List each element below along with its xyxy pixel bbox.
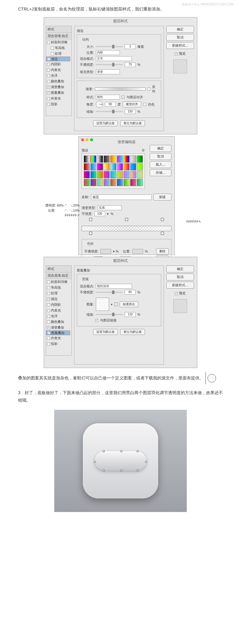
style-item-9[interactable]: ✓图案叠加: [46, 90, 71, 96]
gradient-swatch[interactable]: [95, 87, 146, 90]
preset-swatch[interactable]: [90, 179, 96, 186]
scale-input[interactable]: 120: [125, 312, 136, 317]
angle-input[interactable]: 90: [105, 102, 116, 107]
style-item-8[interactable]: ✓渐变叠加: [46, 84, 71, 90]
gear-icon[interactable]: ⚙: [142, 148, 145, 153]
style-item-10[interactable]: 外发光: [46, 96, 71, 101]
delete-stop-button[interactable]: 删除: [156, 248, 169, 254]
scale-slider[interactable]: [96, 111, 123, 112]
opacity-input[interactable]: 85: [125, 290, 136, 295]
close-icon[interactable]: [81, 138, 84, 141]
cancel-button[interactable]: 取消: [166, 274, 194, 281]
preset-swatch[interactable]: [137, 171, 143, 178]
preset-swatch[interactable]: [104, 179, 110, 186]
style-checkbox[interactable]: [47, 309, 50, 312]
preset-swatch[interactable]: [117, 179, 123, 186]
save-button[interactable]: 存储...: [150, 169, 171, 176]
style-checkbox[interactable]: ✓: [47, 86, 50, 89]
style-checkbox[interactable]: ✓: [47, 298, 50, 301]
style-checkbox[interactable]: [47, 97, 50, 100]
preset-swatch[interactable]: [97, 171, 103, 178]
preset-swatch[interactable]: [110, 179, 116, 186]
opacity-stop[interactable]: [161, 218, 164, 221]
preview-checkbox[interactable]: ✓: [175, 292, 178, 295]
preset-swatch[interactable]: [124, 163, 130, 170]
blendmode-select[interactable]: 正常: [96, 56, 132, 61]
preset-swatch[interactable]: [137, 163, 143, 170]
style-item-11[interactable]: 投影: [46, 101, 71, 107]
style-item-6[interactable]: 光泽: [46, 313, 71, 319]
style-item-2[interactable]: 纹理: [46, 51, 71, 57]
preset-swatch[interactable]: [97, 163, 103, 170]
newstyle-button[interactable]: 新建样式...: [166, 42, 194, 49]
preset-swatch[interactable]: [130, 179, 136, 186]
blendmode-select[interactable]: 线性加深: [96, 284, 132, 289]
style-item-6[interactable]: 光泽: [46, 73, 71, 78]
style-item-7[interactable]: 颜色叠加: [46, 78, 71, 84]
style-checkbox[interactable]: [47, 315, 50, 318]
style-checkbox[interactable]: [47, 103, 50, 106]
cancel-button[interactable]: 取消: [150, 153, 171, 160]
style-item-11[interactable]: 投影: [46, 341, 71, 347]
preset-swatch[interactable]: [137, 179, 143, 186]
style-item-7[interactable]: 颜色叠加: [46, 319, 71, 325]
preset-swatch[interactable]: [130, 155, 136, 163]
preset-swatch[interactable]: [90, 163, 96, 170]
preset-swatch[interactable]: [130, 163, 136, 170]
style-checkbox[interactable]: [47, 281, 50, 284]
blend-header[interactable]: 混合选项:自定: [46, 272, 71, 279]
reset-default-button[interactable]: 复位为默认值: [120, 120, 145, 126]
window-controls[interactable]: [81, 138, 93, 141]
style-checkbox[interactable]: [51, 52, 54, 55]
scale-input[interactable]: 100: [125, 109, 136, 114]
presets-grid[interactable]: [82, 153, 145, 189]
style-select[interactable]: 线性: [96, 95, 120, 100]
gradtype-select[interactable]: 实底: [98, 205, 122, 210]
style-checkbox[interactable]: [47, 41, 50, 44]
preset-swatch[interactable]: [90, 171, 96, 178]
smooth-input[interactable]: 100: [94, 211, 105, 216]
dither-checkbox[interactable]: [143, 103, 146, 106]
style-checkbox[interactable]: ✓: [47, 331, 50, 334]
preset-swatch[interactable]: [117, 171, 123, 178]
style-item-4[interactable]: 内阴影: [46, 61, 71, 67]
color-stop[interactable]: [89, 232, 92, 235]
style-item-1[interactable]: 等高线: [46, 45, 71, 51]
style-item-5[interactable]: 内发光: [46, 67, 71, 73]
ok-button[interactable]: 确定: [166, 265, 194, 272]
style-item-9[interactable]: ✓图案叠加: [46, 330, 70, 335]
preset-swatch[interactable]: [124, 179, 130, 186]
angle-dial[interactable]: [96, 101, 103, 108]
preset-swatch[interactable]: [117, 155, 123, 163]
style-checkbox[interactable]: ✓: [47, 57, 50, 60]
style-item-0[interactable]: 斜面和浮雕: [46, 279, 71, 285]
ok-button[interactable]: 确定: [150, 145, 171, 152]
style-item-1[interactable]: 等高线: [46, 285, 71, 290]
opacity-input[interactable]: 70: [125, 62, 136, 67]
ok-button[interactable]: 确定: [166, 26, 194, 33]
style-checkbox[interactable]: [47, 63, 50, 66]
load-button[interactable]: 载入...: [150, 161, 171, 168]
opacity-slider[interactable]: [96, 292, 123, 293]
preset-swatch[interactable]: [130, 171, 136, 178]
preview-checkbox[interactable]: ✓: [175, 53, 178, 56]
style-checkbox[interactable]: [47, 286, 50, 289]
reset-default-button[interactable]: 复位为默认值: [120, 329, 145, 335]
blend-header[interactable]: 混合选项:自定: [46, 33, 71, 39]
size-slider[interactable]: [96, 46, 123, 47]
minimize-icon[interactable]: [86, 138, 89, 141]
new-pattern-icon[interactable]: [114, 302, 118, 306]
style-item-8[interactable]: ✓渐变叠加: [46, 325, 71, 330]
style-item-10[interactable]: 外发光: [46, 335, 71, 341]
preset-swatch[interactable]: [110, 171, 116, 178]
set-default-button[interactable]: 设置为默认值: [93, 120, 118, 126]
preset-swatch[interactable]: [104, 163, 110, 170]
preset-swatch[interactable]: [84, 155, 90, 163]
snap-button[interactable]: 贴紧原点: [120, 301, 138, 307]
opacity-slider[interactable]: [96, 64, 123, 65]
style-checkbox[interactable]: [47, 342, 50, 345]
style-checkbox[interactable]: [47, 74, 50, 77]
scale-slider[interactable]: [96, 314, 123, 315]
preset-swatch[interactable]: [104, 171, 110, 178]
style-checkbox[interactable]: [47, 320, 50, 324]
